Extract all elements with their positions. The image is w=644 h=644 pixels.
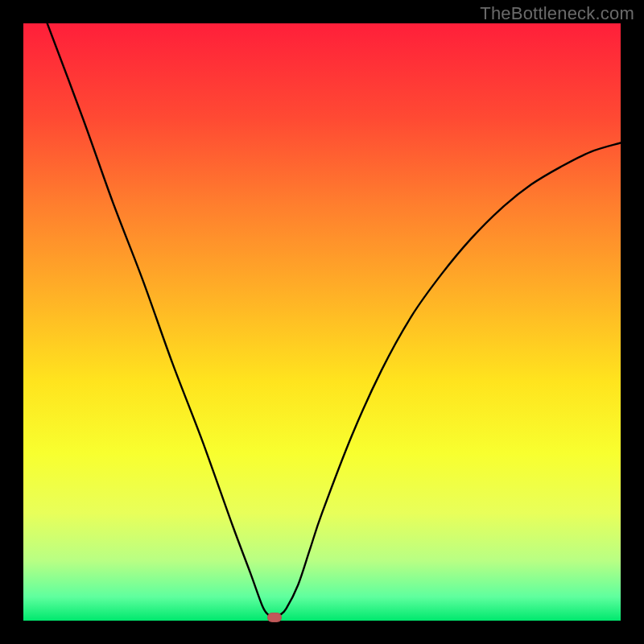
chart-stage: TheBottleneck.com [0, 0, 644, 644]
curve-svg [23, 23, 621, 621]
plot-area [23, 23, 621, 621]
bottleneck-curve [47, 23, 621, 617]
optimum-marker [267, 613, 282, 622]
watermark-text: TheBottleneck.com [480, 3, 634, 24]
